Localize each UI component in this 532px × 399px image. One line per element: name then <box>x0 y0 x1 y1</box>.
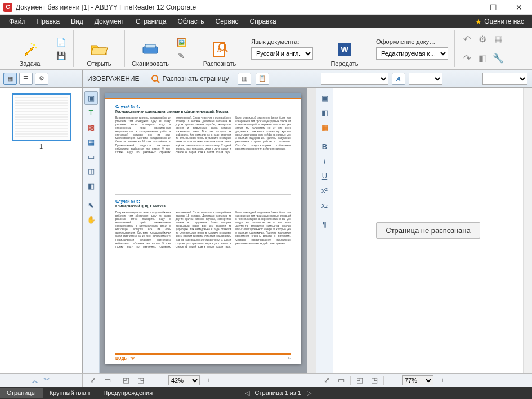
text-area-tool[interactable]: T <box>84 106 98 119</box>
settings-icon[interactable]: ⚙ <box>475 32 490 47</box>
rate-us-label: Оцените нас <box>484 17 524 25</box>
recognize-page-icon <box>150 74 160 84</box>
next-page-button[interactable]: ▷ <box>305 389 314 397</box>
select-tool[interactable]: ⬉ <box>84 198 98 212</box>
text-panel-toolbar: A <box>316 73 532 85</box>
task-button[interactable]: Задача <box>10 31 50 67</box>
menu-bar: Файл Правка Вид Документ Страница Област… <box>0 15 532 28</box>
font-select[interactable] <box>321 73 388 85</box>
document-viewport[interactable]: Случай № 4: Государственная корпорация, … <box>100 88 307 373</box>
recognition-area-tool[interactable]: ◫ <box>84 164 98 178</box>
svg-text:A: A <box>217 47 221 53</box>
menu-help[interactable]: Справка <box>244 16 282 27</box>
fit-page-icon[interactable]: ▭ <box>102 375 113 386</box>
page-up-icon[interactable]: ︽ <box>32 375 39 385</box>
close-button[interactable]: ✕ <box>506 0 532 15</box>
edit-icon[interactable]: ✎ <box>175 50 188 62</box>
analyze-button[interactable]: ▥ <box>238 73 251 85</box>
menu-view[interactable]: Вид <box>65 16 89 27</box>
menu-document[interactable]: Документ <box>89 16 130 27</box>
font-size-select[interactable] <box>409 73 442 85</box>
subscript-button[interactable]: x₂ <box>318 198 332 212</box>
rate-us-button[interactable]: ★ Оцените нас <box>475 17 529 26</box>
show-icon[interactable]: ◧ <box>475 51 490 65</box>
underline-button[interactable]: U <box>318 169 332 182</box>
text-tool-1[interactable]: ▣ <box>318 91 332 105</box>
redo-icon[interactable]: ↷ <box>459 51 474 65</box>
footer-brand: ЦОДы РФ <box>115 356 135 360</box>
menu-edit[interactable]: Правка <box>32 16 66 27</box>
prev-page-button[interactable]: ◁ <box>243 389 252 397</box>
barcode-tool[interactable]: ▭ <box>84 150 98 163</box>
picture-area-tool[interactable]: ▩ <box>84 120 98 134</box>
recognize-page-label: Распознать страницу <box>163 75 229 83</box>
menu-area[interactable]: Область <box>172 16 209 27</box>
menu-file[interactable]: Файл <box>3 16 32 27</box>
case4-title: Государственная корпорация, занятая в сф… <box>115 110 291 113</box>
status-tab-closeup[interactable]: Крупный план <box>43 388 97 398</box>
not-recognized-message: Страница не распознана <box>376 222 480 239</box>
photo-icon[interactable]: 🖼️ <box>175 36 188 48</box>
font-style-button[interactable]: A <box>392 73 405 85</box>
status-bar: Страницы Крупный план Предупреждения ◁ С… <box>0 387 532 399</box>
minimize-button[interactable]: — <box>454 0 480 15</box>
text-fit-width-icon[interactable]: ⤢ <box>321 375 332 386</box>
save-icon[interactable]: 💾 <box>54 50 68 62</box>
image-tools: ▣ T ▩ ▦ ▭ ◫ ◧ ⬉ ✋ <box>83 88 100 373</box>
rotate-left-icon[interactable]: ◰ <box>120 375 132 386</box>
page-props-button[interactable]: 📋 <box>256 73 269 85</box>
style-select[interactable]: Редактируемая к… <box>376 47 448 60</box>
background-area-tool[interactable]: ◧ <box>84 179 98 192</box>
details-view-button[interactable]: ☰ <box>19 73 33 85</box>
new-doc-icon[interactable]: 📄 <box>54 36 68 48</box>
text-fit-page-icon[interactable]: ▭ <box>336 375 347 386</box>
text-zoom-out-icon[interactable]: − <box>387 375 399 386</box>
text-zoom-select[interactable]: 77% <box>402 375 433 385</box>
text-zoom-in-icon[interactable]: + <box>437 375 448 386</box>
text-scrollbar[interactable] <box>523 88 532 373</box>
tools-icon[interactable]: 🔧 <box>491 51 506 65</box>
image-scrollbar[interactable] <box>307 88 316 373</box>
recognize-page-button[interactable]: Распознать страницу <box>146 72 233 86</box>
image-zoom-select[interactable]: 42% <box>168 375 200 385</box>
status-tab-pages[interactable]: Страницы <box>0 388 43 398</box>
open-label: Открыть <box>87 60 111 67</box>
superscript-button[interactable]: x² <box>318 183 332 197</box>
text-tool-2[interactable]: ◧ <box>318 106 332 119</box>
text-tool-3[interactable]: ▦ <box>318 120 332 134</box>
rotate-right-icon[interactable]: ◳ <box>135 375 146 386</box>
undo-icon[interactable]: ↶ <box>459 32 474 47</box>
recognize-button[interactable]: A Распознать <box>200 31 239 67</box>
scan-button[interactable]: Сканировать <box>131 31 170 67</box>
bold-button[interactable]: B <box>318 140 332 153</box>
text-opt1-icon[interactable]: ◰ <box>354 375 365 386</box>
italic-button[interactable]: I <box>318 154 332 168</box>
page-indicator: Страница 1 из 1 <box>255 389 301 396</box>
page-thumbnail-1[interactable] <box>12 93 71 141</box>
status-tab-warnings[interactable]: Предупреждения <box>96 388 159 398</box>
menu-service[interactable]: Сервис <box>210 16 244 27</box>
fit-width-icon[interactable]: ⤢ <box>87 375 99 386</box>
pages-panel: 1 <box>0 88 83 373</box>
options-icon[interactable]: ▦ <box>491 32 506 47</box>
layout-tool[interactable]: ▣ <box>84 91 98 105</box>
text-opt2-icon[interactable]: ◳ <box>369 375 380 386</box>
page-down-icon[interactable]: ︾ <box>43 375 51 385</box>
send-button[interactable]: W Передать <box>325 31 364 67</box>
thumbnails-view-button[interactable]: ▦ <box>3 73 17 85</box>
style-dropdown[interactable] <box>482 73 527 85</box>
zoom-in-icon[interactable]: + <box>203 375 214 386</box>
paragraph-button[interactable]: ¶ <box>318 217 332 231</box>
maximize-button[interactable]: ☐ <box>480 0 506 15</box>
svg-point-0 <box>33 44 35 46</box>
task-label: Задача <box>20 60 41 67</box>
menu-page[interactable]: Страница <box>130 16 172 27</box>
zoom-out-icon[interactable]: − <box>154 375 165 386</box>
pages-nav: ︽ ︾ <box>0 374 83 387</box>
pages-settings-button[interactable]: ⚙ <box>35 73 48 85</box>
lang-select[interactable]: Русский и англ… <box>251 47 313 60</box>
open-button[interactable]: Открыть <box>79 31 119 67</box>
text-tools: ▣ ◧ ▦ B I U x² x₂ ¶ <box>316 88 333 373</box>
table-area-tool[interactable]: ▦ <box>84 135 98 149</box>
hand-tool[interactable]: ✋ <box>84 213 98 226</box>
